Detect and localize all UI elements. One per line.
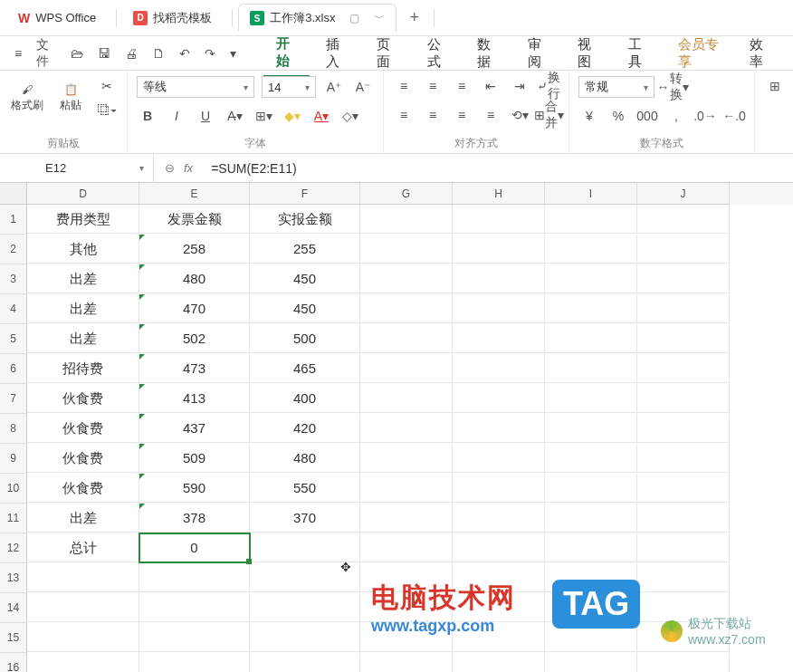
cell[interactable] <box>453 533 545 562</box>
row-header[interactable]: 12 <box>0 533 27 563</box>
cell[interactable]: 255 <box>250 235 360 264</box>
cell[interactable]: 550 <box>250 474 360 503</box>
cell[interactable]: 437 <box>139 414 250 443</box>
more-icon[interactable]: ⊞ <box>764 76 786 96</box>
strike-button[interactable]: A̶▾ <box>224 106 245 126</box>
hamburger-icon[interactable]: ≡ <box>9 43 27 64</box>
row-header[interactable]: 6 <box>0 354 27 384</box>
cell[interactable] <box>453 444 545 473</box>
tab-tools[interactable]: 工具 <box>616 31 663 76</box>
preview-icon[interactable]: 🗋 <box>147 43 170 64</box>
font-family-select[interactable]: 等线▾ <box>137 76 254 98</box>
cell[interactable] <box>360 384 453 413</box>
cell[interactable] <box>545 324 637 353</box>
cell[interactable]: 招待费 <box>27 354 139 383</box>
cell[interactable] <box>453 504 545 533</box>
tab-home[interactable]: 开始 <box>263 30 311 77</box>
cell[interactable] <box>360 533 453 562</box>
cell[interactable]: 258 <box>139 235 250 264</box>
cell[interactable]: 500 <box>250 324 360 353</box>
cell[interactable]: 实报金额 <box>250 205 360 234</box>
decrease-font-icon[interactable]: A⁻ <box>352 77 374 97</box>
indent-inc-icon[interactable]: ⇥ <box>509 76 530 96</box>
cell[interactable]: 509 <box>139 444 250 473</box>
cell[interactable] <box>545 653 637 672</box>
cell[interactable]: 出差 <box>27 504 139 533</box>
cell[interactable]: 502 <box>139 324 250 353</box>
fill-color-button[interactable]: ◆▾ <box>282 106 303 126</box>
cell[interactable] <box>360 414 453 443</box>
row-header[interactable]: 9 <box>0 444 27 474</box>
select-all-corner[interactable] <box>0 183 27 205</box>
row-header[interactable]: 1 <box>0 205 27 235</box>
print-icon[interactable]: 🖨 <box>119 43 143 64</box>
cell[interactable] <box>453 264 545 293</box>
align-center-icon[interactable]: ≡ <box>422 105 444 125</box>
cell[interactable] <box>250 533 360 562</box>
merge-button[interactable]: ⊞合并▾ <box>538 105 559 125</box>
cell[interactable] <box>139 623 250 652</box>
cell[interactable]: 0 <box>139 533 250 562</box>
save-icon[interactable]: 🖫 <box>92 43 116 64</box>
inc-decimal-icon[interactable]: .0→ <box>694 106 716 126</box>
cell[interactable]: 413 <box>139 384 250 413</box>
cell[interactable] <box>360 623 453 652</box>
cell[interactable] <box>250 593 360 622</box>
row-header[interactable]: 4 <box>0 294 27 324</box>
thousands-icon[interactable]: 000 <box>636 106 658 126</box>
cell[interactable] <box>637 444 730 473</box>
cell[interactable]: 465 <box>250 354 360 383</box>
font-size-select[interactable]: 14▾ <box>262 76 316 98</box>
percent-icon[interactable]: % <box>607 106 629 126</box>
cell[interactable] <box>360 354 453 383</box>
cell[interactable] <box>545 474 637 503</box>
cell[interactable] <box>360 653 453 672</box>
redo-icon[interactable]: ↷ <box>199 43 221 64</box>
tab-efficiency[interactable]: 效率 <box>737 31 784 76</box>
cell[interactable] <box>637 474 730 503</box>
cell[interactable]: 伙食费 <box>27 474 139 503</box>
cell[interactable] <box>453 294 545 323</box>
cell[interactable] <box>453 235 545 264</box>
col-header-D[interactable]: D <box>27 183 139 205</box>
cell[interactable]: 出差 <box>27 324 139 353</box>
cell[interactable] <box>360 563 453 592</box>
border-button[interactable]: ⊞▾ <box>253 106 274 126</box>
tab-data[interactable]: 数据 <box>464 31 511 76</box>
cell[interactable]: 450 <box>250 294 360 323</box>
cell[interactable] <box>637 533 730 562</box>
clear-format-button[interactable]: ◇▾ <box>339 106 361 126</box>
cell[interactable] <box>360 593 453 622</box>
cell[interactable] <box>139 593 250 622</box>
font-color-button[interactable]: A▾ <box>311 106 332 126</box>
row-header[interactable]: 2 <box>0 235 27 264</box>
template-tab[interactable]: D 找稻壳模板 <box>122 5 223 32</box>
cell[interactable] <box>360 264 453 293</box>
cell[interactable] <box>637 324 730 353</box>
currency-icon[interactable]: ¥ <box>578 106 600 126</box>
cell[interactable]: 378 <box>139 504 250 533</box>
cell[interactable]: 出差 <box>27 264 139 293</box>
bold-button[interactable]: B <box>137 106 158 126</box>
cell[interactable] <box>545 294 637 323</box>
row-header[interactable]: 14 <box>0 593 27 623</box>
cell[interactable]: 400 <box>250 384 360 413</box>
cell[interactable] <box>139 563 250 592</box>
file-menu[interactable]: 文件 <box>31 34 62 73</box>
window-mode-icon[interactable]: ▢ <box>349 12 359 24</box>
align-left-icon[interactable]: ≡ <box>393 105 415 125</box>
cancel-icon[interactable]: ⊖ <box>165 161 175 175</box>
cell[interactable] <box>453 324 545 353</box>
cell[interactable]: 伙食费 <box>27 414 139 443</box>
new-tab-button[interactable]: + <box>400 5 428 31</box>
cell[interactable] <box>545 504 637 533</box>
cell[interactable]: 出差 <box>27 294 139 323</box>
cell[interactable] <box>250 623 360 652</box>
underline-button[interactable]: U <box>195 106 216 126</box>
cell[interactable] <box>360 504 453 533</box>
cell[interactable] <box>545 235 637 264</box>
row-header[interactable]: 3 <box>0 264 27 294</box>
col-header-F[interactable]: F <box>250 183 360 205</box>
format-painter-button[interactable]: 🖌 格式刷 <box>9 83 45 113</box>
tab-member[interactable]: 会员专享 <box>665 31 733 76</box>
